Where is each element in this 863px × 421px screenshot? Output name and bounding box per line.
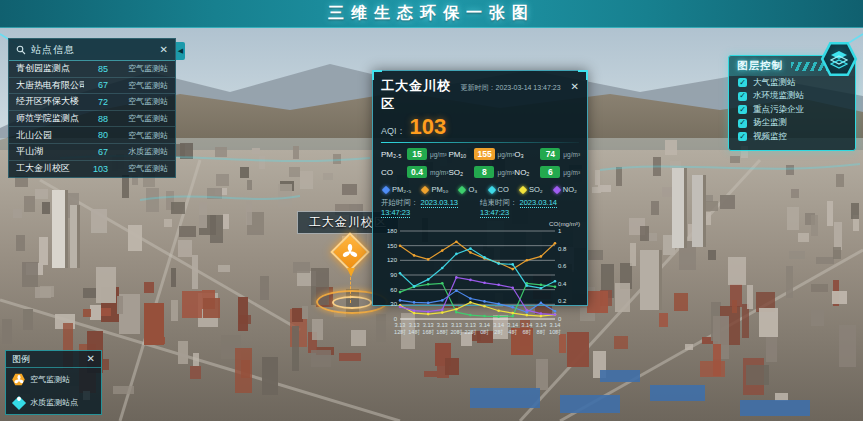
legend-label: 水质监测站点 bbox=[30, 397, 78, 408]
time-range-row: 开始时间：2023.03.13 13:47:23 结束时间：2023.03.14… bbox=[381, 198, 579, 217]
svg-text:180: 180 bbox=[387, 228, 398, 234]
checkbox-checked-icon[interactable]: ✓ bbox=[738, 78, 747, 87]
pollutant-cell: O₃74μg/m³ bbox=[514, 148, 580, 160]
legend-item[interactable]: CO bbox=[489, 185, 509, 194]
station-row[interactable]: 师范学院监测点88空气监测站 bbox=[9, 111, 175, 128]
layer-item[interactable]: ✓视频监控 bbox=[729, 130, 855, 144]
station-detail-popup: 工大金川校区 更新时间：2023-03-14 13:47:23 ✕ AQI： 1… bbox=[372, 70, 588, 306]
pollutant-cell: SO₂8μg/m³ bbox=[448, 166, 514, 178]
svg-text:60: 60 bbox=[390, 287, 397, 293]
svg-text:150: 150 bbox=[387, 243, 398, 249]
update-time: 更新时间：2023-03-14 13:47:23 bbox=[461, 83, 561, 93]
layer-item[interactable]: ✓扬尘监测 bbox=[729, 117, 855, 131]
layer-label: 重点污染企业 bbox=[753, 104, 804, 116]
end-time: 结束时间：2023.03.14 13:47:23 bbox=[480, 198, 579, 217]
legend-label: NO₂ bbox=[563, 185, 577, 194]
layer-panel-title: 图层控制 bbox=[737, 59, 783, 73]
svg-text:3.144时: 3.144时 bbox=[507, 322, 518, 335]
station-type: 空气监测站 bbox=[116, 163, 168, 174]
station-list-header: 站点信息 ✕ bbox=[9, 39, 175, 61]
checkbox-checked-icon[interactable]: ✓ bbox=[738, 132, 747, 141]
station-name: 大唐热电有限公司 bbox=[16, 79, 84, 92]
station-row[interactable]: 工大金川校区103空气监测站 bbox=[9, 161, 175, 178]
layer-label: 视频监控 bbox=[753, 131, 787, 143]
checkbox-checked-icon[interactable]: ✓ bbox=[738, 119, 747, 128]
station-row[interactable]: 平山湖67水质监测站 bbox=[9, 144, 175, 161]
diamond-shape bbox=[11, 395, 25, 409]
legend-marker-icon bbox=[487, 185, 495, 193]
svg-text:3.1316时: 3.1316时 bbox=[422, 322, 434, 335]
station-value: 67 bbox=[84, 147, 108, 157]
svg-text:3.1322时: 3.1322时 bbox=[465, 322, 477, 335]
svg-text:90: 90 bbox=[390, 272, 397, 278]
hexagon-station-icon bbox=[12, 373, 25, 386]
svg-text:3.1312时: 3.1312时 bbox=[394, 322, 406, 335]
map-legend-title: 图例 bbox=[12, 353, 87, 366]
legend-marker-icon bbox=[382, 185, 390, 193]
pollutant-label: NO₂ bbox=[514, 168, 540, 177]
legend-item[interactable]: SO₂ bbox=[520, 185, 543, 194]
start-time: 开始时间：2023.03.13 13:47:23 bbox=[381, 198, 480, 217]
corner-accent bbox=[578, 70, 588, 80]
pollutant-unit: μg/m³ bbox=[563, 151, 580, 158]
layer-item[interactable]: ✓大气监测站 bbox=[729, 76, 855, 90]
legend-label: PM₁₀ bbox=[431, 185, 448, 194]
legend-item[interactable]: PM₂.₅ bbox=[383, 185, 411, 194]
pollutant-value-badge: 74 bbox=[540, 148, 560, 160]
station-value: 88 bbox=[84, 114, 108, 124]
station-row[interactable]: 青创园监测点85空气监测站 bbox=[9, 61, 175, 78]
aqi-label: AQI： bbox=[381, 125, 406, 138]
svg-text:3.140时: 3.140时 bbox=[479, 322, 490, 335]
map-legend-body: 空气监测站水质监测站点 bbox=[6, 368, 101, 414]
station-name: 经开区环保大楼 bbox=[16, 95, 84, 108]
checkbox-checked-icon[interactable]: ✓ bbox=[738, 105, 747, 114]
pollutant-value-badge: 15 bbox=[407, 148, 427, 160]
corner-accent bbox=[372, 70, 382, 80]
close-icon[interactable]: ✕ bbox=[160, 45, 168, 55]
chart-container: 030609012015018000.20.40.60.81CO(mg/m³)3… bbox=[381, 219, 579, 343]
station-list-title: 站点信息 bbox=[31, 43, 160, 57]
pollutant-unit: μg/m³ bbox=[497, 169, 514, 176]
legend-item[interactable]: O₃ bbox=[459, 185, 477, 194]
pollutant-value-badge: 8 bbox=[474, 166, 494, 178]
legend-item[interactable]: NO₂ bbox=[554, 185, 577, 194]
legend-label: PM₂.₅ bbox=[392, 185, 411, 194]
pollutant-value-badge: 155 bbox=[474, 148, 494, 160]
pollutant-label: CO bbox=[381, 168, 407, 177]
station-type: 空气监测站 bbox=[116, 80, 168, 91]
svg-text:0.6: 0.6 bbox=[558, 263, 567, 269]
close-icon[interactable]: ✕ bbox=[87, 354, 95, 364]
station-value: 80 bbox=[84, 130, 108, 140]
station-row[interactable]: 经开区环保大楼72空气监测站 bbox=[9, 94, 175, 111]
station-name: 北山公园 bbox=[16, 129, 84, 142]
station-value: 67 bbox=[84, 80, 108, 90]
popup-title: 工大金川校区 bbox=[381, 77, 461, 113]
station-row[interactable]: 北山公园80空气监测站 bbox=[9, 127, 175, 144]
pollutant-cell: NO₂6μg/m³ bbox=[514, 166, 580, 178]
legend-item[interactable]: PM₁₀ bbox=[422, 185, 448, 194]
layer-label: 大气监测站 bbox=[753, 77, 796, 89]
layers-hex-button[interactable] bbox=[820, 40, 858, 78]
pollutant-grid: PM₂.₅15μg/m³PM₁₀155μg/m³O₃74μg/m³CO0.4mg… bbox=[381, 148, 579, 178]
layer-item[interactable]: ✓水环境监测站 bbox=[729, 90, 855, 104]
close-icon[interactable]: ✕ bbox=[571, 82, 579, 92]
pollutant-cell: CO0.4mg/m³ bbox=[381, 166, 448, 178]
popup-header: 工大金川校区 更新时间：2023-03-14 13:47:23 ✕ bbox=[381, 77, 579, 113]
layer-item[interactable]: ✓重点污染企业 bbox=[729, 103, 855, 117]
pollutant-value-badge: 6 bbox=[540, 166, 560, 178]
fan-icon bbox=[342, 244, 358, 260]
pollutant-unit: μg/m³ bbox=[430, 151, 447, 158]
svg-text:CO(mg/m³): CO(mg/m³) bbox=[549, 220, 580, 227]
svg-text:30: 30 bbox=[390, 301, 397, 307]
legend-label: O₃ bbox=[468, 185, 477, 194]
panel-collapse-tab[interactable]: ◀ bbox=[176, 42, 185, 60]
app-header: 三维生态环保一张图 bbox=[0, 0, 863, 28]
legend-item: 空气监测站 bbox=[6, 368, 101, 391]
legend-marker-icon bbox=[519, 185, 527, 193]
legend-marker-icon bbox=[553, 185, 561, 193]
checkbox-checked-icon[interactable]: ✓ bbox=[738, 92, 747, 101]
station-name: 师范学院监测点 bbox=[16, 112, 84, 125]
search-icon[interactable] bbox=[16, 45, 26, 55]
svg-text:0.4: 0.4 bbox=[558, 281, 567, 287]
station-row[interactable]: 大唐热电有限公司67空气监测站 bbox=[9, 78, 175, 95]
